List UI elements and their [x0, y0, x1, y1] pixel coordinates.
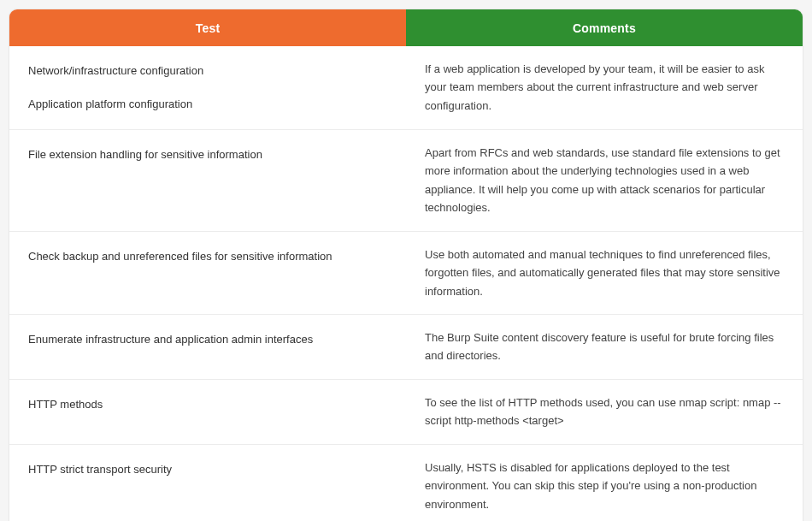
table-row: Check backup and unreferenced files for …: [9, 231, 803, 314]
test-item: Check backup and unreferenced files for …: [28, 246, 387, 267]
test-cell: File extension handling for sensitive in…: [9, 130, 406, 231]
table-row: HTTP strict transport security Usually, …: [9, 444, 803, 521]
comment-cell: If a web application is developed by you…: [406, 46, 803, 129]
table-row: File extension handling for sensitive in…: [9, 129, 803, 231]
test-cell: Check backup and unreferenced files for …: [9, 232, 406, 314]
table-body: Network/infrastructure configuration App…: [9, 46, 803, 521]
comment-cell: To see the list of HTTP methods used, yo…: [406, 380, 803, 444]
table-row: HTTP methods To see the list of HTTP met…: [9, 379, 803, 444]
comment-cell: Use both automated and manual techniques…: [406, 232, 803, 314]
column-header-comments: Comments: [406, 9, 803, 46]
test-item: Network/infrastructure configuration: [28, 60, 387, 81]
column-header-test: Test: [9, 9, 406, 46]
test-item: Application platform configuration: [28, 93, 387, 115]
table-header-row: Test Comments: [9, 9, 803, 46]
test-item: Enumerate infrastructure and application…: [28, 329, 387, 350]
test-cell: HTTP methods: [9, 380, 406, 444]
comment-cell: Apart from RFCs and web standards, use s…: [406, 130, 803, 231]
table-row: Enumerate infrastructure and application…: [9, 314, 803, 379]
test-item: File extension handling for sensitive in…: [28, 144, 387, 165]
test-cell: Network/infrastructure configuration App…: [9, 46, 406, 129]
test-cell: HTTP strict transport security: [9, 445, 406, 521]
test-item: HTTP methods: [28, 394, 387, 415]
test-comments-table: Test Comments Network/infrastructure con…: [9, 9, 803, 521]
table-row: Network/infrastructure configuration App…: [9, 46, 803, 129]
comment-cell: Usually, HSTS is disabled for applicatio…: [406, 445, 803, 521]
test-item: HTTP strict transport security: [28, 459, 387, 480]
test-cell: Enumerate infrastructure and application…: [9, 315, 406, 379]
comment-cell: The Burp Suite content discovery feature…: [406, 315, 803, 379]
